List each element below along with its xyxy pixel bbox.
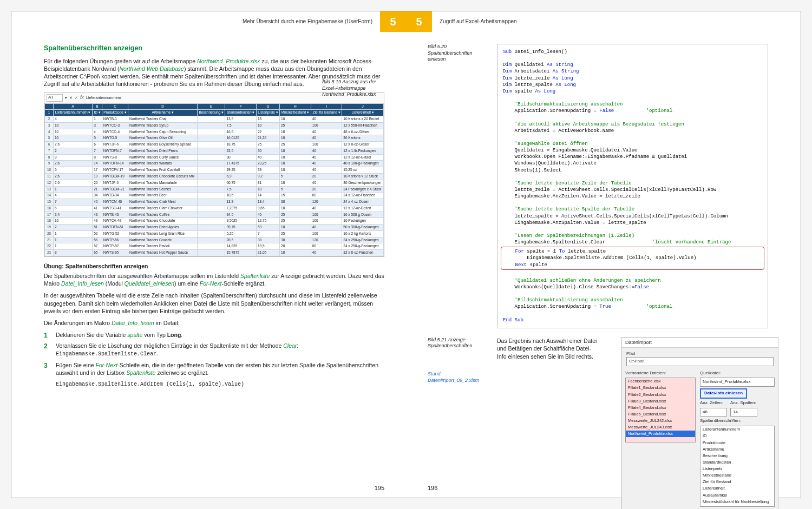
columns-listbox[interactable]: LieferantennummernIDProduktcodeArtikelna… xyxy=(700,426,775,507)
files-label: Vorhandene Dateien: xyxy=(625,371,696,376)
quelldatei-label: Quelldatei: xyxy=(700,371,775,376)
read-info-button[interactable]: Datei-Info einlesen xyxy=(700,388,747,399)
file-stand-label: Stand: Datenimport_09_2.xlsm xyxy=(428,371,487,384)
spalten-label: Spaltenüberschriften: xyxy=(700,418,775,424)
excel-screenshot: A1 ▾ ✕ ✓ fx Lieferantennummern ABCDEFGHI… xyxy=(44,92,384,257)
page-right: 5 Zugriff auf Excel-Arbeitsmappen Bild 5… xyxy=(406,11,801,498)
step-3: 3 Fügen Sie eine For-Next-Schleife ein, … xyxy=(44,361,384,388)
page-left: Mehr Übersicht durch eine Eingabemaske (… xyxy=(11,11,406,498)
pfad-label: Pfad xyxy=(626,351,774,357)
files-listbox[interactable]: Fachbereiche.xlsxFiliale1_Bestand.xlsxFi… xyxy=(625,378,696,442)
step-1: 1 Deklarieren Sie die Variable spalte vo… xyxy=(44,331,384,339)
caption-5-19: Bild 5.19 Auszug aus der Excel-Arbeitsma… xyxy=(322,79,376,98)
excel-header-row: 1Lieferantennummern ▾ID ▾Produktcode ▾Ar… xyxy=(45,110,384,116)
header-left: Mehr Übersicht durch eine Eingabemaske (… xyxy=(11,11,406,32)
anz-spalten-input[interactable]: 14 xyxy=(730,408,757,417)
result-paragraph: Das Ergebnis nach Auswahl einer Datei un… xyxy=(497,337,600,509)
pfad-input[interactable]: C:\Pool\ xyxy=(626,357,774,366)
vba-code-listing: Sub Datei_Info_lesen() Dim Quelldatei As… xyxy=(497,44,768,328)
caption-5-21: Bild 5.21 Anzeige Spaltenüberschriften xyxy=(428,337,487,349)
section-heading: Spaltenüberschriften anzeigen xyxy=(44,44,384,53)
userform-mock: Datenimport Pfad C:\Pool\ Vorhandene Dat… xyxy=(621,337,778,509)
header-text-left: Mehr Übersicht durch eine Eingabemaske (… xyxy=(243,18,372,25)
excel-table: ABCDEFGHIJ 1Lieferantennummern ▾ID ▾Prod… xyxy=(44,103,384,256)
step-list: 1 Deklarieren Sie die Variable spalte vo… xyxy=(44,331,384,388)
fx-icon: fx xyxy=(80,94,84,101)
exercise-p1: Die Spaltenüberschriften der ausgewählte… xyxy=(44,272,384,287)
anz-spalten-label: Anz. Spalten: xyxy=(730,400,757,406)
excel-col-letters: ABCDEFGHIJ xyxy=(45,103,384,110)
excel-name-box: A1 xyxy=(47,94,63,102)
anz-zeilen-label: Anz. Zeilen: xyxy=(700,400,727,406)
header-right: 5 Zugriff auf Excel-Arbeitsmappen xyxy=(406,11,801,32)
chapter-tab-left: 5 xyxy=(380,11,406,32)
exercise-p3: Die Änderungen im Makro Datei_Info_lesen… xyxy=(44,319,384,327)
caption-5-20: Bild 5.20 Spaltenüberschriften einlesen xyxy=(428,44,487,63)
anz-zeilen-input[interactable]: 46 xyxy=(700,408,727,417)
exercise-heading: Übung: Spaltenüberschriften anzeigen xyxy=(44,262,384,270)
page-number-left: 195 xyxy=(375,484,384,492)
quelldatei-input[interactable]: Northwind_Produkte.xlsx xyxy=(700,378,775,387)
header-text-right: Zugriff auf Excel-Arbeitsmappen xyxy=(440,18,517,25)
book-spread: Mehr Übersicht durch eine Eingabemaske (… xyxy=(11,11,801,498)
form-title: Datenimport xyxy=(622,338,778,348)
formula-bar-value: Lieferantennummern xyxy=(86,95,121,100)
chapter-tab-right: 5 xyxy=(406,11,432,32)
step-2: 2 Veranlassen Sie die Löschung der mögli… xyxy=(44,342,384,358)
exercise-p2: In der ausgewählten Tabelle wird die ers… xyxy=(44,292,384,315)
page-number-right: 196 xyxy=(428,484,437,492)
